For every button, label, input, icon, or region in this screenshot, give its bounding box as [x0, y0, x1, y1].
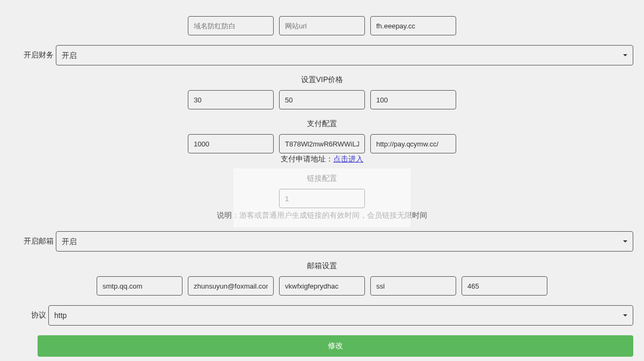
vip-price-3-input[interactable]: [370, 90, 456, 109]
pay-url-input[interactable]: [370, 134, 456, 153]
pay-id-input[interactable]: [188, 134, 274, 153]
finance-row: 开启财务 开启: [11, 45, 633, 65]
link-cfg-title: 链接配置: [11, 174, 633, 183]
vip-title: 设置VIP价格: [11, 75, 633, 85]
email-open-row: 开启邮箱 开启: [11, 231, 633, 252]
smtp-pass-input[interactable]: [279, 276, 365, 296]
email-open-label: 开启邮箱: [11, 237, 56, 246]
link-expire-input[interactable]: [279, 189, 365, 208]
link-cfg-row: [11, 189, 633, 208]
email-open-select[interactable]: 开启: [56, 231, 633, 252]
protocol-select[interactable]: http: [48, 305, 633, 326]
site-url-input[interactable]: [279, 16, 365, 35]
pay-apply-label: 支付申请地址：: [281, 154, 333, 163]
smtp-port-input[interactable]: [462, 276, 547, 296]
pay-config-row: [11, 134, 633, 153]
finance-select[interactable]: 开启: [56, 45, 633, 65]
protocol-label: 协议: [30, 311, 48, 320]
protocol-row: 协议 http: [11, 305, 633, 326]
vip-price-row: [11, 90, 633, 109]
submit-button[interactable]: 修改: [38, 335, 633, 357]
smtp-host-input[interactable]: [97, 276, 182, 296]
link-cfg-note: 说明：游客或普通用户生成链接的有效时间，会员链接无限时间: [11, 211, 633, 220]
smtp-user-input[interactable]: [188, 276, 274, 296]
smtp-secure-input[interactable]: [370, 276, 456, 296]
vip-price-1-input[interactable]: [188, 90, 274, 109]
email-title: 邮箱设置: [11, 261, 633, 271]
email-settings-row: [11, 276, 633, 296]
finance-label: 开启财务: [11, 50, 56, 60]
domain-config-row: [11, 16, 633, 35]
pay-apply-row: 支付申请地址：点击进入: [11, 154, 633, 164]
domain-anti-ban-input[interactable]: [188, 16, 274, 35]
vip-price-2-input[interactable]: [279, 90, 365, 109]
pay-title: 支付配置: [11, 119, 633, 129]
pay-apply-link[interactable]: 点击进入: [333, 154, 363, 163]
pay-key-input[interactable]: [279, 134, 365, 153]
site-domain-input[interactable]: [370, 16, 456, 35]
